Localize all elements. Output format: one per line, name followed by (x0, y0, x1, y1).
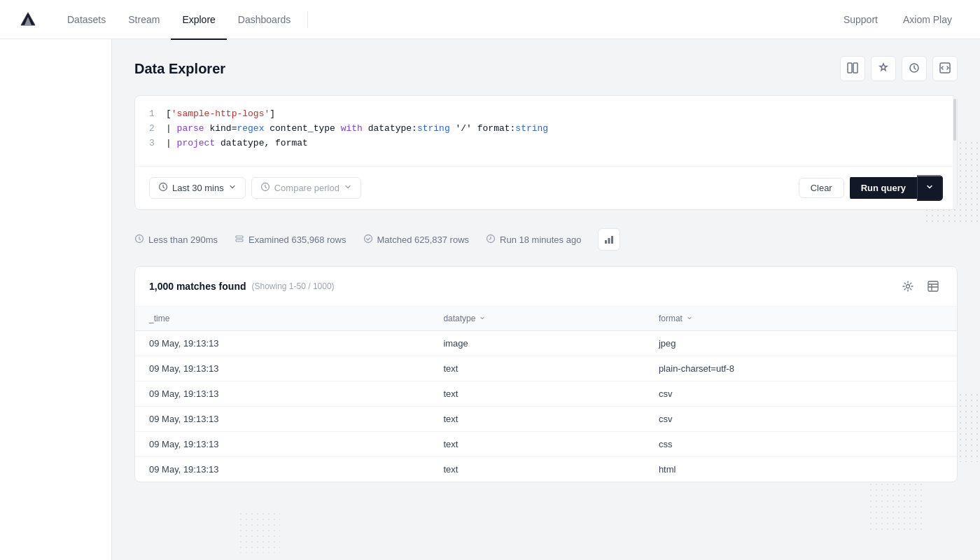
database-icon (234, 234, 244, 246)
match-icon (363, 234, 373, 246)
run-query-chevron-icon (925, 182, 934, 194)
line-number-1: 1 (149, 107, 158, 122)
page-title: Data Explorer (134, 61, 225, 77)
history-icon (909, 62, 920, 76)
page-header: Data Explorer (134, 56, 958, 81)
cell-time-4: 09 May, 19:13:13 (135, 432, 429, 457)
query-line-2: 2 | parse kind=regex content_type with d… (149, 122, 943, 136)
stat-time: Less than 290ms (134, 234, 218, 246)
cell-datatype-4: text (429, 432, 645, 457)
results-subtitle: (Showing 1-50 / 1000) (252, 281, 335, 291)
query-line-1: 1 ['sample-http-logs'] (149, 107, 943, 122)
cell-format-1: plain-charset=utf-8 (645, 356, 957, 382)
query-line-3: 3 | project datatype, format (149, 136, 943, 151)
cell-time-0: 09 May, 19:13:13 (135, 331, 429, 356)
query-editor: 1 ['sample-http-logs'] 2 | parse kind=re… (134, 95, 958, 210)
svg-rect-15 (928, 281, 938, 291)
nav-right: Support Axiom Play (832, 10, 963, 29)
editor-scrollbar-thumb (953, 99, 956, 141)
nav-divider (307, 11, 308, 28)
chart-toggle-button[interactable] (598, 228, 620, 251)
settings-button[interactable] (898, 276, 918, 296)
cell-time-3: 09 May, 19:13:13 (135, 407, 429, 432)
cell-format-5: html (645, 457, 957, 482)
svg-point-14 (906, 285, 910, 288)
table-header-row: _time datatype format (135, 307, 957, 331)
compare-period-button[interactable]: Compare period (251, 177, 361, 199)
stat-examined-label: Examined 635,968 rows (248, 234, 346, 245)
layout-button[interactable] (840, 56, 865, 81)
query-editor-content[interactable]: 1 ['sample-http-logs'] 2 | parse kind=re… (135, 96, 957, 166)
stat-run: Run 18 minutes ago (486, 234, 581, 246)
table-row[interactable]: 09 May, 19:13:13 text plain-charset=utf-… (135, 356, 957, 382)
line-number-2: 2 (149, 122, 158, 136)
code-button[interactable] (932, 56, 958, 81)
nav-item-stream[interactable]: Stream (117, 1, 171, 40)
col-header-datatype[interactable]: datatype (429, 307, 645, 331)
cell-format-4: css (645, 432, 957, 457)
svg-rect-13 (611, 236, 613, 244)
results-tbody: 09 May, 19:13:13 image jpeg 09 May, 19:1… (135, 331, 957, 482)
stat-examined: Examined 635,968 rows (234, 234, 346, 246)
results-table: _time datatype format (135, 307, 957, 482)
svg-rect-12 (608, 238, 610, 244)
table-row[interactable]: 09 May, 19:13:13 text csv (135, 407, 957, 432)
stat-matched: Matched 625,837 rows (363, 234, 470, 246)
star-button[interactable] (871, 56, 896, 81)
line-content-2: | parse kind=regex content_type with dat… (166, 122, 943, 136)
svg-rect-11 (605, 240, 607, 244)
clock-icon (158, 182, 168, 194)
nav-support-btn[interactable]: Support (832, 10, 889, 29)
cell-datatype-5: text (429, 457, 645, 482)
stat-run-label: Run 18 minutes ago (500, 234, 581, 245)
results-title: 1,000 matches found (149, 281, 246, 292)
time-range-label: Last 30 mins (172, 183, 224, 193)
cell-format-2: csv (645, 382, 957, 407)
cell-time-1: 09 May, 19:13:13 (135, 356, 429, 382)
cell-time-5: 09 May, 19:13:13 (135, 457, 429, 482)
history-button[interactable] (902, 56, 927, 81)
compare-chevron-icon (344, 183, 352, 193)
cell-time-2: 09 May, 19:13:13 (135, 382, 429, 407)
star-icon (878, 62, 889, 76)
table-view-button[interactable] (923, 276, 943, 296)
cell-datatype-1: text (429, 356, 645, 382)
run-query-group: Run query (850, 175, 943, 201)
results-header: 1,000 matches found (Showing 1-50 / 1000… (135, 267, 957, 307)
sidebar (0, 39, 112, 560)
cell-datatype-0: image (429, 331, 645, 356)
table-row[interactable]: 09 May, 19:13:13 text csv (135, 382, 957, 407)
compare-label: Compare period (274, 183, 340, 193)
nav-axiomplay-btn[interactable]: Axiom Play (892, 10, 963, 29)
table-row[interactable]: 09 May, 19:13:13 image jpeg (135, 331, 957, 356)
run-query-button[interactable]: Run query (850, 177, 917, 199)
main-nav: Datasets Stream Explore Dashboards Suppo… (0, 0, 980, 39)
line-content-3: | project datatype, format (166, 136, 943, 151)
run-query-dropdown-button[interactable] (917, 175, 943, 201)
main-content: Data Explorer (112, 39, 980, 560)
svg-point-9 (364, 234, 372, 242)
cell-format-0: jpeg (645, 331, 957, 356)
cell-datatype-3: text (429, 407, 645, 432)
table-row[interactable]: 09 May, 19:13:13 text css (135, 432, 957, 457)
col-header-format[interactable]: format (645, 307, 957, 331)
logo (17, 8, 39, 31)
nav-item-dashboards[interactable]: Dashboards (227, 1, 302, 40)
history-small-icon (260, 182, 270, 194)
clear-button[interactable]: Clear (799, 178, 844, 198)
code-icon (939, 62, 951, 76)
stat-matched-label: Matched 625,837 rows (377, 234, 470, 245)
layout-icon (847, 62, 858, 76)
svg-rect-0 (848, 63, 852, 73)
nav-items: Datasets Stream Explore Dashboards (56, 0, 832, 39)
line-number-3: 3 (149, 136, 158, 151)
run-time-icon (486, 234, 496, 246)
svg-rect-7 (236, 236, 243, 238)
table-row[interactable]: 09 May, 19:13:13 text html (135, 457, 957, 482)
svg-rect-8 (236, 239, 243, 241)
nav-item-explore[interactable]: Explore (171, 1, 226, 40)
time-range-button[interactable]: Last 30 mins (149, 177, 246, 199)
nav-item-datasets[interactable]: Datasets (56, 1, 117, 40)
cell-format-3: csv (645, 407, 957, 432)
svg-rect-1 (853, 63, 858, 73)
